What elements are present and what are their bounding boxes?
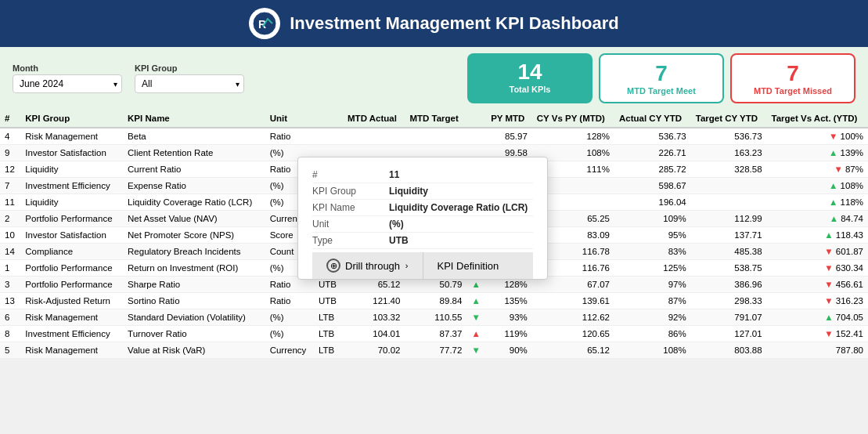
tooltip-name-label: KPI Name bbox=[312, 202, 383, 213]
col-cy-vs-py: CY Vs PY (MTD) bbox=[532, 110, 614, 128]
cell-mtd-actual: 70.02 bbox=[343, 342, 405, 359]
cell-target-vs-act: ▲ 108% bbox=[767, 178, 868, 194]
cell-actual-cy: 125% bbox=[614, 260, 691, 277]
cell-num: 3 bbox=[0, 277, 20, 293]
cell-num: 7 bbox=[0, 178, 20, 194]
cell-num: 4 bbox=[0, 128, 20, 145]
cell-group: Risk Management bbox=[20, 342, 123, 359]
cell-group: Investor Satisfaction bbox=[20, 227, 123, 244]
cell-target-cy bbox=[691, 194, 767, 211]
kpi-def-label: KPI Definition bbox=[438, 260, 499, 272]
tooltip-row-num: # 11 bbox=[312, 167, 533, 183]
cell-group: Investment Efficiency bbox=[20, 178, 123, 194]
cell-name: Net Asset Value (NAV) bbox=[123, 211, 265, 227]
month-label: Month bbox=[13, 63, 122, 73]
cell-mtd-actual: 103.32 bbox=[343, 309, 405, 326]
cell-num: 11 bbox=[0, 194, 20, 211]
cell-actual-cy: 95% bbox=[614, 227, 691, 244]
cell-target-vs-act: ▼ 630.34 bbox=[767, 260, 868, 277]
col-group: KPI Group bbox=[20, 110, 123, 128]
kpi-group-dropdown-wrapper: All bbox=[135, 74, 244, 93]
cell-group: Risk Management bbox=[20, 309, 123, 326]
tooltip-name-value: Liquidity Coverage Ratio (LCR) bbox=[389, 202, 528, 213]
cell-name: Current Ratio bbox=[123, 161, 265, 178]
tooltip-row-group: KPI Group Liquidity bbox=[312, 183, 533, 200]
cell-unit: (%) bbox=[265, 309, 314, 326]
cell-target-cy: 538.75 bbox=[691, 260, 767, 277]
cell-name: Sharpe Ratio bbox=[123, 277, 265, 293]
cell-mtd-actual bbox=[343, 128, 405, 145]
kpi-definition-button[interactable]: KPI Definition bbox=[423, 252, 534, 279]
col-mtd-actual: MTD Actual bbox=[343, 110, 405, 128]
col-num: # bbox=[0, 110, 20, 128]
tooltip-row-name: KPI Name Liquidity Coverage Ratio (LCR) bbox=[312, 200, 533, 216]
cell-cy-vs-py: 112.62 bbox=[532, 309, 614, 326]
cell-group: Portfolio Performance bbox=[20, 277, 123, 293]
tooltip-unit-label: Unit bbox=[312, 219, 383, 230]
cell-group: Liquidity bbox=[20, 194, 123, 211]
table-row[interactable]: 13 Risk-Adjusted Return Sortino Ratio Ra… bbox=[0, 293, 868, 309]
cell-name: Standard Deviation (Volatility) bbox=[123, 309, 265, 326]
cell-type: LTB bbox=[314, 342, 343, 359]
cell-py-mtd: 119% bbox=[486, 326, 532, 342]
cell-group: Portfolio Performance bbox=[20, 260, 123, 277]
cell-unit: Currency bbox=[265, 342, 314, 359]
cell-mtd-target: 110.55 bbox=[405, 309, 466, 326]
cell-name: Return on Investment (ROI) bbox=[123, 260, 265, 277]
month-select[interactable]: June 2024 bbox=[13, 74, 122, 93]
cell-group: Portfolio Performance bbox=[20, 211, 123, 227]
drill-icon: ⊕ bbox=[326, 259, 340, 273]
cell-target-vs-act: ▼ 601.87 bbox=[767, 244, 868, 260]
total-kpis-label: Total KPIs bbox=[483, 85, 577, 94]
table-row[interactable]: 4 Risk Management Beta Ratio 85.97 128% … bbox=[0, 128, 868, 145]
cell-actual-cy: 285.72 bbox=[614, 161, 691, 178]
cell-actual-cy: 83% bbox=[614, 244, 691, 260]
cell-actual-cy: 87% bbox=[614, 293, 691, 309]
cell-target-vs-act: ▲ 704.05 bbox=[767, 309, 868, 326]
cell-target-vs-act: ▼ 316.23 bbox=[767, 293, 868, 309]
cell-unit: Ratio bbox=[265, 128, 314, 145]
cell-name: Beta bbox=[123, 128, 265, 145]
cell-target-cy: 298.33 bbox=[691, 293, 767, 309]
cell-indicator: ▲ bbox=[466, 326, 486, 342]
cell-unit: Ratio bbox=[265, 293, 314, 309]
cell-target-cy: 803.88 bbox=[691, 342, 767, 359]
cell-group: Risk-Adjusted Return bbox=[20, 293, 123, 309]
drill-through-button[interactable]: ⊕ Drill through › bbox=[312, 252, 423, 279]
cell-mtd-actual: 104.01 bbox=[343, 326, 405, 342]
col-actual-cy: Actual CY YTD bbox=[614, 110, 691, 128]
cell-type bbox=[314, 128, 343, 145]
cell-target-vs-act: ▲ 118.43 bbox=[767, 227, 868, 244]
cell-target-vs-act: ▼ 456.61 bbox=[767, 277, 868, 293]
col-name: KPI Name bbox=[123, 110, 265, 128]
cell-indicator: ▼ bbox=[466, 342, 486, 359]
cell-target-cy bbox=[691, 178, 767, 194]
cell-py-mtd: 135% bbox=[486, 293, 532, 309]
tooltip-num-label: # bbox=[312, 169, 383, 180]
kpi-group-select[interactable]: All bbox=[135, 74, 244, 93]
table-row[interactable]: 8 Investment Efficiency Turnover Ratio (… bbox=[0, 326, 868, 342]
cell-target-cy: 328.58 bbox=[691, 161, 767, 178]
table-row[interactable]: 5 Risk Management Value at Risk (VaR) Cu… bbox=[0, 342, 868, 359]
cell-actual-cy: 226.71 bbox=[614, 145, 691, 161]
cell-actual-cy: 108% bbox=[614, 342, 691, 359]
cell-actual-cy: 97% bbox=[614, 277, 691, 293]
cell-mtd-target bbox=[405, 128, 466, 145]
cell-target-cy: 163.23 bbox=[691, 145, 767, 161]
cell-name: Net Promoter Score (NPS) bbox=[123, 227, 265, 244]
kpi-group-label: KPI Group bbox=[135, 63, 244, 73]
cell-mtd-actual: 121.40 bbox=[343, 293, 405, 309]
app-logo: R bbox=[249, 8, 280, 39]
col-unit: Unit bbox=[265, 110, 314, 128]
cell-target-vs-act: ▲ 84.74 bbox=[767, 211, 868, 227]
mtd-meet-label: MTD Target Meet bbox=[616, 86, 707, 96]
cell-num: 10 bbox=[0, 227, 20, 244]
mtd-missed-label: MTD Target Missed bbox=[747, 86, 838, 96]
cell-target-cy: 791.07 bbox=[691, 309, 767, 326]
table-row[interactable]: 6 Risk Management Standard Deviation (Vo… bbox=[0, 309, 868, 326]
cell-num: 6 bbox=[0, 309, 20, 326]
cell-name: Regulatory Breach Incidents bbox=[123, 244, 265, 260]
tooltip-popup: # 11 KPI Group Liquidity KPI Name Liquid… bbox=[297, 157, 548, 280]
mtd-missed-number: 7 bbox=[747, 61, 838, 86]
cell-target-vs-act: ▲ 139% bbox=[767, 145, 868, 161]
